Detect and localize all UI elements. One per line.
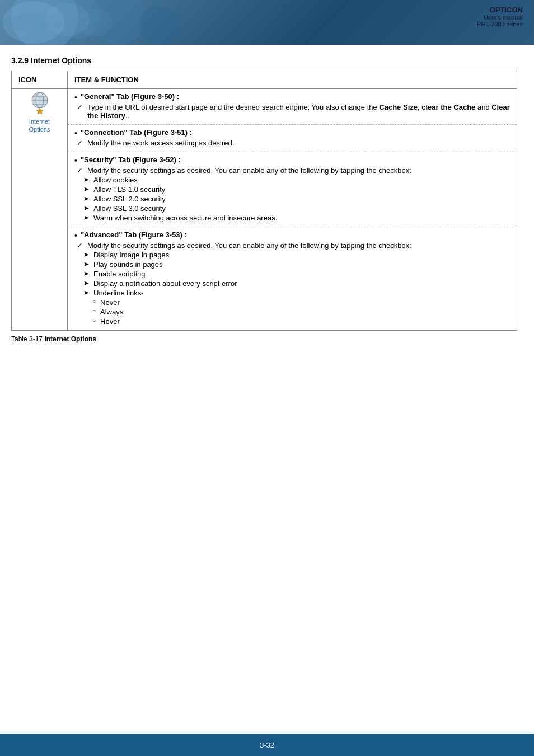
page-header: OPTICON User's manual PHL-7000 series [0, 0, 534, 45]
connection-item-1: ✓ Modify the network access setting as d… [74, 139, 510, 147]
svg-point-4 [78, 8, 112, 36]
check-icon: ✓ [77, 139, 83, 147]
security-sub-5-text: Warm when switching across secure and in… [93, 214, 277, 222]
general-item-1-text: Type in the URL of desired start page an… [87, 103, 510, 120]
circle-icon: ○ [92, 298, 96, 304]
arrow-icon: ➤ [83, 260, 89, 268]
bullet-icon: • [74, 231, 77, 240]
manual-title: User's manual [477, 14, 523, 21]
table-row: Internet Options • "General" Tab (Figure… [12, 89, 517, 331]
security-sub-3-text: Allow SSL 2.0 security [93, 195, 166, 203]
security-sub-4-text: Allow SSL 3.0 security [93, 204, 166, 213]
icon-label: Internet Options [12, 118, 67, 134]
security-item-1: ✓ Modify the security settings as desire… [74, 166, 510, 175]
bullet-icon: • [74, 129, 77, 138]
company-name: OPTICON [477, 6, 523, 14]
advanced-item-1: ✓ Modify the security settings as desire… [74, 241, 510, 250]
bullet-icon: • [74, 93, 77, 102]
security-sub-2-text: Allow TLS 1.0 security [93, 185, 165, 194]
function-cell: • "General" Tab (Figure 3-50) : ✓ Type i… [68, 89, 517, 331]
main-table: ICON ITEM & FUNCTION [11, 71, 517, 331]
advanced-circle-3: ○ Hover [74, 317, 510, 326]
svg-marker-10 [36, 108, 43, 114]
bullet-icon: • [74, 156, 77, 165]
page-footer: 3-32 [0, 734, 534, 756]
connection-tab-header: "Connection" Tab (Figure 3-51) : [81, 128, 192, 137]
advanced-sub-3-text: Enable scripting [93, 270, 146, 278]
advanced-sub-1: ➤ Display Image in pages [74, 251, 510, 259]
tab-header-row: • "Security" Tab (Figure 3-52) : [74, 156, 510, 165]
arrow-icon: ➤ [83, 195, 89, 203]
arrow-icon: ➤ [83, 204, 89, 212]
tab-header-row: • "Advanced" Tab (Figure 3-53) : [74, 231, 510, 240]
circle-icon: ○ [92, 317, 96, 323]
icon-cell: Internet Options [12, 89, 68, 331]
col-function-header: ITEM & FUNCTION [68, 71, 517, 89]
arrow-icon: ➤ [83, 185, 89, 193]
advanced-circle-2-text: Always [100, 308, 123, 316]
security-sub-4: ➤ Allow SSL 3.0 security [74, 204, 510, 213]
advanced-circle-1: ○ Never [74, 298, 510, 307]
general-tab-section: • "General" Tab (Figure 3-50) : ✓ Type i… [68, 89, 517, 125]
security-tab-section: • "Security" Tab (Figure 3-52) : ✓ Modif… [68, 152, 517, 227]
check-icon: ✓ [77, 241, 83, 250]
arrow-icon: ➤ [83, 270, 89, 278]
header-decoration [140, 6, 179, 45]
main-content: 3.2.9 Internet Options ICON ITEM & FUNCT… [0, 45, 534, 377]
tab-header-row: • "General" Tab (Figure 3-50) : [74, 92, 510, 102]
advanced-sub-5-text: Underline links- [93, 289, 144, 297]
check-icon: ✓ [77, 103, 83, 111]
advanced-sub-2-text: Play sounds in pages [93, 260, 163, 269]
table-caption: Table 3-17 Internet Options [11, 335, 517, 343]
connection-tab-section: • "Connection" Tab (Figure 3-51) : ✓ Mod… [68, 125, 517, 152]
advanced-circle-3-text: Hover [100, 317, 120, 326]
page-wrapper: OPTICON User's manual PHL-7000 series 3.… [0, 0, 534, 756]
advanced-circle-1-text: Never [100, 298, 120, 307]
advanced-circle-2: ○ Always [74, 308, 510, 316]
advanced-sub-5: ➤ Underline links- [74, 289, 510, 297]
advanced-sub-2: ➤ Play sounds in pages [74, 260, 510, 269]
security-sub-1-text: Allow cookies [93, 176, 138, 184]
security-sub-5: ➤ Warm when switching across secure and … [74, 214, 510, 222]
arrow-icon: ➤ [83, 176, 89, 184]
connection-item-1-text: Modify the network access setting as des… [87, 139, 234, 147]
advanced-sub-4: ➤ Display a notification about every scr… [74, 279, 510, 288]
check-icon: ✓ [77, 166, 83, 175]
advanced-tab-header: "Advanced" Tab (Figure 3-53) : [81, 231, 187, 239]
advanced-item-1-text: Modify the security settings as desired.… [87, 241, 411, 250]
general-tab-header: "General" Tab (Figure 3-50) : [81, 92, 179, 101]
tab-header-row: • "Connection" Tab (Figure 3-51) : [74, 128, 510, 138]
advanced-sub-4-text: Display a notification about every scrip… [93, 279, 237, 288]
arrow-icon: ➤ [83, 251, 89, 259]
header-graphic [0, 0, 112, 45]
advanced-tab-section: • "Advanced" Tab (Figure 3-53) : ✓ Modif… [68, 227, 517, 330]
security-sub-1: ➤ Allow cookies [74, 176, 510, 184]
arrow-icon: ➤ [83, 289, 89, 297]
header-branding: OPTICON User's manual PHL-7000 series [477, 6, 523, 27]
circle-icon: ○ [92, 308, 96, 314]
security-sub-3: ➤ Allow SSL 2.0 security [74, 195, 510, 203]
section-title: 3.2.9 Internet Options [11, 56, 517, 65]
advanced-sub-1-text: Display Image in pages [93, 251, 169, 259]
internet-options-icon [26, 89, 53, 116]
col-icon-header: ICON [12, 71, 68, 89]
security-item-1-text: Modify the security settings as desired.… [87, 166, 411, 175]
security-tab-header: "Security" Tab (Figure 3-52) : [81, 156, 181, 164]
advanced-sub-3: ➤ Enable scripting [74, 270, 510, 278]
product-series: PHL-7000 series [477, 21, 523, 27]
arrow-icon: ➤ [83, 279, 89, 287]
arrow-icon: ➤ [83, 214, 89, 222]
security-sub-2: ➤ Allow TLS 1.0 security [74, 185, 510, 194]
general-item-1: ✓ Type in the URL of desired start page … [74, 103, 510, 120]
page-number: 3-32 [260, 741, 274, 749]
